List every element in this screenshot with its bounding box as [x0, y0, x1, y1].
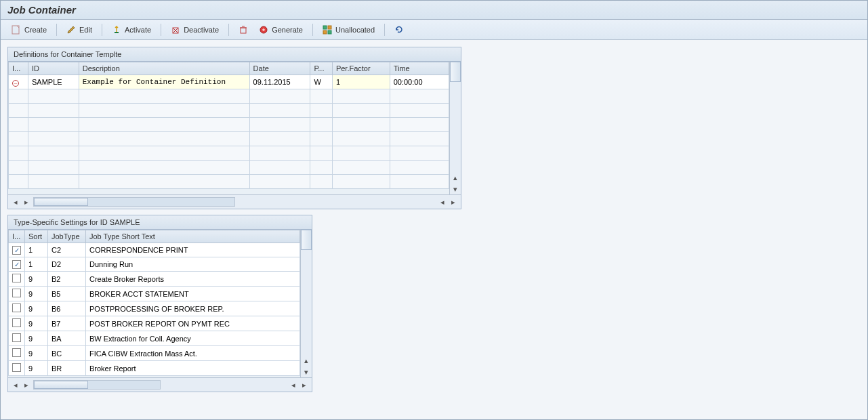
- checkbox-icon[interactable]: [12, 303, 21, 312]
- checkbox-icon[interactable]: [12, 348, 21, 357]
- cell-checkbox[interactable]: [9, 272, 25, 287]
- cell-shorttext[interactable]: POST BROKER REPORT ON PYMT REC: [86, 316, 300, 331]
- cell-id[interactable]: SAMPLE: [28, 75, 79, 89]
- cell-jobtype[interactable]: BR: [48, 361, 86, 376]
- scroll-thumb[interactable]: [450, 62, 461, 82]
- cell-sort[interactable]: 9: [25, 346, 48, 361]
- cell-time[interactable]: 00:00:00: [390, 75, 449, 89]
- table-row[interactable]: [9, 89, 449, 104]
- scroll-thumb[interactable]: [34, 198, 88, 206]
- cell-shorttext[interactable]: BROKER ACCT STATEMENT: [86, 287, 300, 301]
- col-id[interactable]: ID: [28, 62, 79, 75]
- scroll-track[interactable]: [33, 197, 235, 207]
- col-time[interactable]: Time: [390, 62, 449, 75]
- generate-button[interactable]: Generate: [253, 23, 308, 37]
- cell-jobtype[interactable]: D2: [48, 257, 86, 272]
- deactivate-button[interactable]: Deactivate: [165, 23, 224, 37]
- scroll-track[interactable]: [33, 380, 161, 390]
- table-row[interactable]: 9B6POSTPROCESSING OF BROKER REP.: [9, 301, 300, 316]
- checkbox-icon[interactable]: [12, 318, 21, 327]
- checkbox-icon[interactable]: [12, 333, 21, 342]
- cell-jobtype[interactable]: C2: [48, 243, 86, 257]
- table-row[interactable]: 9B7POST BROKER REPORT ON PYMT REC: [9, 316, 300, 331]
- checkbox-icon[interactable]: [12, 274, 21, 282]
- cell-sort[interactable]: 9: [25, 331, 48, 346]
- cell-shorttext[interactable]: BW Extraction for Coll. Agency: [86, 331, 300, 346]
- cell-checkbox[interactable]: [9, 346, 25, 361]
- cell-sort[interactable]: 1: [25, 243, 48, 257]
- cell-checkbox[interactable]: [9, 316, 25, 331]
- cell-shorttext[interactable]: Create Broker Reports: [86, 272, 300, 287]
- cell-sort[interactable]: 9: [25, 301, 48, 316]
- scroll-right-button[interactable]: ▸: [21, 379, 32, 390]
- scroll-left-button[interactable]: ◂: [10, 196, 21, 207]
- cell-shorttext[interactable]: Dunning Run: [86, 257, 300, 272]
- cell-description[interactable]: Example for Container Definition: [79, 75, 249, 89]
- checkbox-icon[interactable]: ✓: [12, 246, 21, 255]
- table-row[interactable]: [9, 118, 449, 132]
- cell-sort[interactable]: 1: [25, 257, 48, 272]
- checkbox-icon[interactable]: [12, 289, 21, 297]
- cell-jobtype[interactable]: B5: [48, 287, 86, 301]
- col-perfactor[interactable]: Per.Factor: [332, 62, 390, 75]
- col-shorttext[interactable]: Job Type Short Text: [86, 230, 300, 243]
- cell-shorttext[interactable]: POSTPROCESSING OF BROKER REP.: [86, 301, 300, 316]
- cell-date[interactable]: 09.11.2015: [249, 75, 310, 89]
- col-sort[interactable]: Sort: [25, 230, 48, 243]
- cell-checkbox[interactable]: [9, 361, 25, 376]
- edit-button[interactable]: Edit: [61, 23, 98, 37]
- scroll-down-button[interactable]: ▾: [301, 366, 312, 377]
- scroll-down-button[interactable]: ▾: [450, 184, 461, 194]
- col-jobtype[interactable]: JobType: [48, 230, 86, 243]
- col-p[interactable]: P...: [310, 62, 333, 75]
- table-row[interactable]: 9BRBroker Report: [9, 361, 300, 376]
- refresh-button[interactable]: [389, 23, 409, 37]
- horizontal-scrollbar[interactable]: ◂ ▸ ◂ ▸: [8, 194, 461, 209]
- col-indicator[interactable]: I...: [9, 230, 25, 243]
- type-settings-table[interactable]: I... Sort JobType Job Type Short Text ✓1…: [8, 230, 300, 376]
- cell-checkbox[interactable]: [9, 331, 25, 346]
- table-row[interactable]: –SAMPLEExample for Container Definition0…: [9, 75, 449, 89]
- cell-jobtype[interactable]: B6: [48, 301, 86, 316]
- cell-checkbox[interactable]: [9, 301, 25, 316]
- scroll-right-button-2[interactable]: ▸: [448, 196, 459, 207]
- cell-sort[interactable]: 9: [25, 272, 48, 287]
- col-description[interactable]: Description: [79, 62, 249, 75]
- cell-sort[interactable]: 9: [25, 361, 48, 376]
- table-row[interactable]: [9, 161, 449, 175]
- scroll-up-button[interactable]: ▴: [450, 172, 461, 183]
- table-row[interactable]: 9BABW Extraction for Coll. Agency: [9, 331, 300, 346]
- scroll-left-button-2[interactable]: ◂: [288, 379, 299, 390]
- table-row[interactable]: 9B5BROKER ACCT STATEMENT: [9, 287, 300, 301]
- scroll-thumb[interactable]: [34, 381, 88, 389]
- scroll-left-button[interactable]: ◂: [10, 379, 21, 390]
- create-button[interactable]: Create: [6, 23, 52, 37]
- cell-checkbox[interactable]: ✓: [9, 243, 25, 257]
- scroll-right-button[interactable]: ▸: [21, 196, 32, 207]
- cell-jobtype[interactable]: B7: [48, 316, 86, 331]
- table-row[interactable]: [9, 146, 449, 161]
- col-indicator[interactable]: I...: [9, 62, 28, 75]
- cell-shorttext[interactable]: Broker Report: [86, 361, 300, 376]
- scroll-thumb[interactable]: [301, 230, 312, 250]
- table-row[interactable]: ✓1C2CORRESPONDENCE PRINT: [9, 243, 300, 257]
- table-row[interactable]: [9, 104, 449, 118]
- scroll-up-button[interactable]: ▴: [301, 355, 312, 366]
- activate-button[interactable]: Activate: [106, 23, 157, 37]
- scroll-left-button-2[interactable]: ◂: [437, 196, 448, 207]
- table-row[interactable]: 9B2Create Broker Reports: [9, 272, 300, 287]
- cell-checkbox[interactable]: [9, 287, 25, 301]
- definitions-table[interactable]: I... ID Description Date P... Per.Factor…: [8, 62, 449, 189]
- scroll-right-button-2[interactable]: ▸: [299, 379, 310, 390]
- vertical-scrollbar[interactable]: ▴ ▾: [449, 62, 461, 194]
- cell-sort[interactable]: 9: [25, 316, 48, 331]
- cell-checkbox[interactable]: ✓: [9, 257, 25, 272]
- cell-jobtype[interactable]: B2: [48, 272, 86, 287]
- checkbox-icon[interactable]: [12, 363, 21, 372]
- horizontal-scrollbar[interactable]: ◂ ▸ ◂ ▸: [8, 377, 312, 392]
- table-row[interactable]: ✓1D2Dunning Run: [9, 257, 300, 272]
- table-row[interactable]: 9BCFICA CIBW Extraction Mass Act.: [9, 346, 300, 361]
- col-date[interactable]: Date: [249, 62, 310, 75]
- cell-shorttext[interactable]: FICA CIBW Extraction Mass Act.: [86, 346, 300, 361]
- delete-button[interactable]: [233, 23, 253, 37]
